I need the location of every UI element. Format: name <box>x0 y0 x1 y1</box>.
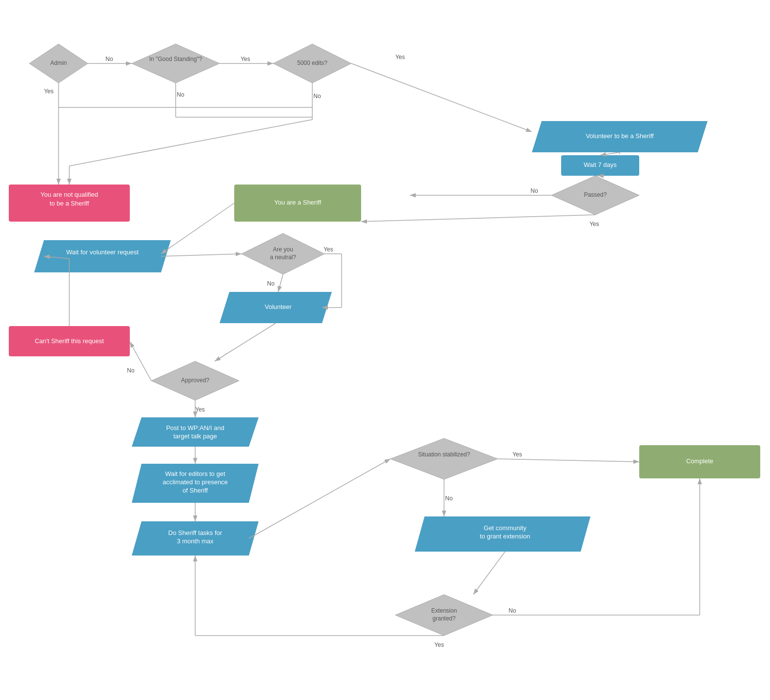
convergence-down2 <box>69 120 312 166</box>
label-yes-gs-edits: Yes <box>241 56 250 62</box>
wait-editors-label2: acclimated to presence <box>162 478 228 486</box>
wait-editors-label1: Wait for editors to get <box>165 470 225 477</box>
label-yes-edits: Yes <box>395 54 405 61</box>
good-standing-diamond <box>132 44 220 83</box>
wait7-label: Wait 7 days <box>584 161 617 168</box>
get-community-to-extension <box>473 552 505 595</box>
wait-vol-to-neutral <box>161 254 242 256</box>
label-yes-extension: Yes <box>434 641 444 648</box>
edits-to-volunteer-sheriff <box>351 63 532 132</box>
label-yes-situation: Yes <box>512 451 522 458</box>
neutral-label1: Are you <box>273 246 293 253</box>
label-no-passed: No <box>530 187 538 194</box>
label-no-edits: No <box>313 93 321 100</box>
post-wp-label1: Post to WP:AN/I and <box>166 424 224 432</box>
volunteer-sheriff-to-wait7 <box>600 152 620 155</box>
label-yes-passed: Yes <box>589 221 599 227</box>
post-wp-label2: target talk page <box>173 432 217 440</box>
post-wp-shape <box>132 417 259 447</box>
wait-volunteer-shape <box>34 240 171 272</box>
label-no-extension: No <box>508 607 516 614</box>
you-are-sheriff-label: You are a Sheriff <box>274 199 322 206</box>
approved-label: Approved? <box>181 377 209 384</box>
situation-diamond <box>390 438 498 479</box>
not-qualified-label2: to be a Sheriff <box>50 200 89 207</box>
cant-sheriff-label: Can't Sheriff this request <box>35 337 104 345</box>
admin-label: Admin <box>50 60 67 66</box>
get-community-label1: Get community <box>484 524 527 532</box>
not-qualified-label1: You are not qualified <box>41 191 98 198</box>
do-sheriff-label1: Do Sheriff tasks for <box>168 529 223 536</box>
label-yes-neutral: Yes <box>324 246 333 253</box>
label-no-gs: No <box>177 91 184 98</box>
neutral-no-down <box>278 274 283 292</box>
passed-label: Passed? <box>584 191 607 198</box>
label-yes-approved: Yes <box>195 406 205 413</box>
label-no-admin-gs: No <box>105 56 113 62</box>
do-sheriff-to-situation <box>249 459 390 538</box>
volunteer-label: Volunteer <box>265 303 292 310</box>
extension-label1: Extension <box>431 607 457 614</box>
wait-volunteer-label1: Wait for volunteer request <box>66 248 139 256</box>
complete-label: Complete <box>686 457 713 465</box>
volunteer-to-approved <box>215 323 276 361</box>
extension-label2: granted? <box>432 615 456 622</box>
sheriff-to-wait-vol <box>161 203 234 254</box>
situation-yes-right <box>498 459 639 462</box>
passed-yes-line <box>361 215 595 222</box>
get-community-label2: to grant extension <box>480 533 530 540</box>
situation-label1: Situation stabilized? <box>418 451 470 458</box>
label-no-situation: No <box>445 495 453 502</box>
label-no-approved: No <box>127 367 135 374</box>
do-sheriff-label2: 3 month max <box>177 537 214 545</box>
label-no-neutral: No <box>267 280 275 287</box>
wait-editors-label3: of Sheriff <box>182 487 208 494</box>
label-yes-admin: Yes <box>44 88 54 95</box>
volunteer-sheriff-label: Volunteer to be a Sheriff <box>586 132 654 140</box>
edits-label: 5000 edits? <box>297 60 327 66</box>
approved-no-left <box>130 342 151 381</box>
neutral-label2: a neutral? <box>270 254 296 261</box>
good-standing-label: In "Good Standing"? <box>149 56 203 62</box>
